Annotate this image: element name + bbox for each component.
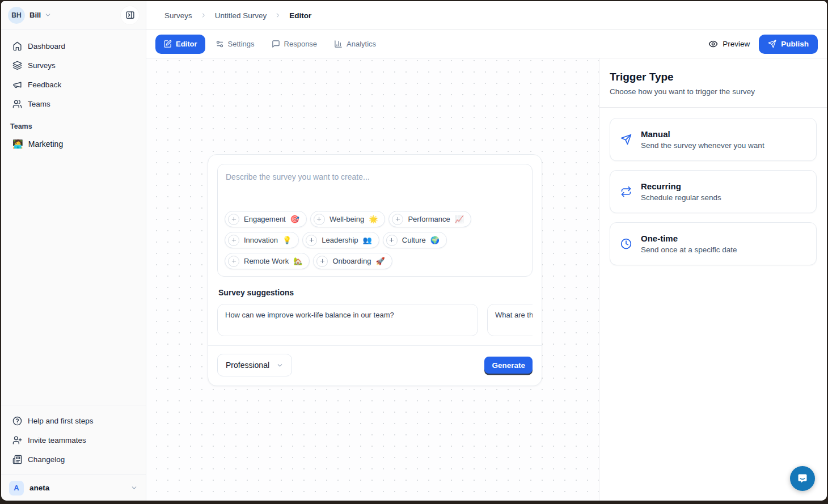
send-icon [620, 134, 632, 145]
trigger-type-panel: Trigger Type Choose how you want to trig… [599, 58, 827, 501]
breadcrumb: Surveys Untitled Survey Editor [146, 1, 827, 30]
workspace-header: BH Bill [1, 1, 146, 29]
trigger-option-title: One-time [641, 234, 737, 243]
topic-chip-label: Remote Work [244, 257, 289, 265]
sidebar-nav-item[interactable]: Feedback [6, 75, 141, 94]
suggestion-text: What are the main ob [495, 311, 533, 319]
analytics-icon [334, 40, 343, 48]
sidebar-footer-item[interactable]: Help and first steps [6, 411, 141, 430]
preview-button[interactable]: Preview [708, 39, 750, 49]
generate-button[interactable]: Generate [484, 357, 533, 374]
panel-toggle-icon [125, 10, 135, 20]
sidebar-nav-item[interactable]: Teams [6, 94, 141, 113]
prompt-input[interactable]: Describe the survey you want to create..… [225, 171, 525, 181]
chevron-right-icon [274, 12, 281, 19]
edit-icon [163, 40, 172, 48]
topic-chip[interactable]: Onboarding 🚀 [313, 253, 392, 269]
plus-icon [392, 214, 403, 225]
sidebar-nav-item[interactable]: Dashboard [6, 36, 141, 56]
user-name: aneta [29, 484, 49, 492]
trigger-option-card[interactable]: Manual Send the survey whenever you want [610, 118, 817, 161]
trigger-option-card[interactable]: Recurring Schedule regular sends [610, 170, 817, 213]
repeat-icon [620, 186, 632, 197]
changelog-icon [12, 455, 22, 464]
trigger-option-card[interactable]: One-time Send once at a specific date [610, 222, 817, 265]
sidebar-nav: Dashboard Surveys Feedback Teams [1, 29, 146, 113]
suggestions-row: How can we improve work-life balance in … [217, 304, 533, 336]
sidebar-footer-item[interactable]: Changelog [6, 450, 141, 469]
megaphone-icon [12, 80, 22, 90]
topic-chip-label: Engagement [244, 215, 286, 223]
topic-chip[interactable]: Remote Work 🏡 [225, 253, 310, 269]
sidebar-footer-nav: Help and first steps Invite teammates Ch… [1, 405, 146, 475]
team-item[interactable]: 🧑‍💻 Marketing [1, 134, 146, 154]
topic-chip[interactable]: Innovation 💡 [225, 232, 299, 248]
trigger-panel-title: Trigger Type [610, 71, 817, 83]
topic-chip[interactable]: Performance 📈 [388, 211, 471, 227]
sidebar-footer-item[interactable]: Invite teammates [6, 430, 141, 450]
topic-chip-emoji: 🚀 [375, 257, 385, 265]
tab-label: Analytics [347, 40, 376, 48]
breadcrumb-item[interactable]: Editor [289, 11, 311, 20]
topic-chip-emoji: 🏡 [293, 257, 302, 265]
tone-select[interactable]: Professional [217, 354, 292, 376]
user-menu[interactable]: A aneta [1, 475, 146, 501]
trigger-option-title: Manual [641, 129, 764, 139]
topic-chip[interactable]: Engagement 🎯 [225, 211, 307, 227]
trigger-option-description: Send once at a specific date [641, 245, 737, 254]
trigger-panel-header: Trigger Type Choose how you want to trig… [599, 58, 827, 108]
sidebar-footer-label: Changelog [28, 455, 65, 464]
sidebar: BH Bill Dashboard Surveys [1, 1, 146, 501]
plus-icon [228, 235, 239, 246]
topic-chip[interactable]: Culture 🌍 [383, 232, 447, 248]
clock-icon [620, 238, 632, 249]
suggestion-card[interactable]: What are the main ob [487, 304, 533, 336]
topic-chip-emoji: 👥 [363, 236, 372, 244]
app-window: BH Bill Dashboard Surveys [1, 1, 827, 501]
send-icon [768, 40, 776, 48]
response-icon [272, 40, 280, 48]
suggestions-title: Survey suggestions [218, 288, 533, 297]
prompt-card: Describe the survey you want to create..… [217, 164, 533, 277]
chat-icon [796, 472, 809, 485]
chevron-down-icon [130, 484, 138, 492]
topic-chip[interactable]: Leadership 👥 [302, 232, 379, 248]
survey-composer-card: Describe the survey you want to create..… [208, 154, 542, 386]
trigger-option-title: Recurring [641, 181, 721, 191]
topic-chip-label: Performance [408, 215, 450, 223]
trigger-option-description: Schedule regular sends [641, 193, 721, 202]
workspace-switcher[interactable]: Bill [29, 11, 52, 19]
settings-icon [216, 40, 224, 48]
publish-button[interactable]: Publish [759, 35, 818, 54]
topic-chip[interactable]: Well-being 🌟 [310, 211, 385, 227]
topic-chip-emoji: 📈 [455, 215, 464, 223]
tab-label: Editor [176, 40, 197, 48]
sidebar-footer-label: Help and first steps [28, 417, 94, 425]
editor-canvas[interactable]: Describe the survey you want to create..… [146, 58, 599, 501]
plus-icon [386, 235, 398, 246]
tab[interactable]: Analytics [327, 35, 383, 54]
plus-icon [316, 256, 328, 267]
home-icon [12, 41, 22, 51]
breadcrumb-item[interactable]: Untitled Survey [215, 11, 290, 20]
tab[interactable]: Editor [155, 35, 205, 54]
breadcrumb-item[interactable]: Surveys [164, 11, 215, 20]
chat-launcher-button[interactable] [790, 466, 815, 491]
topic-chips: Engagement 🎯 Well-being 🌟 [225, 186, 525, 269]
sidebar-nav-item[interactable]: Surveys [6, 56, 141, 75]
sidebar-nav-label: Surveys [28, 61, 56, 70]
teams-list: 🧑‍💻 Marketing [1, 134, 146, 154]
suggestion-card[interactable]: How can we improve work-life balance in … [217, 304, 478, 336]
topic-chip-label: Culture [402, 236, 426, 244]
plus-icon [228, 214, 239, 225]
workspace-avatar: BH [8, 7, 25, 24]
tab[interactable]: Settings [209, 35, 261, 54]
layers-icon [12, 61, 22, 70]
topic-chip-emoji: 🎯 [290, 215, 299, 223]
topic-chip-emoji: 🌍 [430, 236, 440, 244]
topic-chip-label: Innovation [244, 236, 278, 244]
tab[interactable]: Response [265, 35, 324, 54]
user-plus-icon [12, 435, 22, 445]
trigger-panel-subtitle: Choose how you want to trigger the surve… [610, 87, 817, 96]
sidebar-collapse-button[interactable] [121, 6, 139, 24]
